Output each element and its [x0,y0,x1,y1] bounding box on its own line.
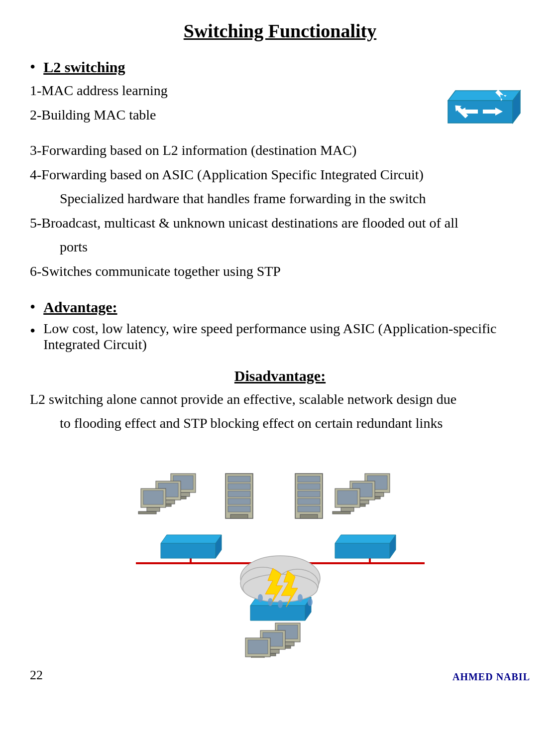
svg-point-77 [268,598,273,606]
svg-marker-12 [161,543,216,558]
svg-rect-23 [143,491,163,504]
svg-rect-51 [298,491,320,497]
disadvantage-heading: Disadvantage: [30,368,530,384]
network-diagram [30,449,530,658]
switch-icon-container [431,81,530,140]
svg-rect-54 [300,514,318,518]
svg-marker-1 [448,101,513,123]
l2-item-4b: Specialized hardware that handles frame … [30,189,530,209]
svg-point-78 [298,594,303,602]
svg-rect-47 [333,511,350,514]
page-number: 22 [30,668,43,683]
svg-rect-28 [228,484,250,490]
l2-item-1: 1-MAC address learning [30,81,431,101]
svg-point-79 [308,598,313,606]
l2-item-4: 4-Forwarding based on ASIC (Application … [30,165,530,185]
svg-marker-34 [335,543,390,558]
page-container: Switching Functionality • L2 switching 1… [0,0,560,698]
svg-rect-24 [147,507,160,511]
l2-item-5: 5-Broadcast, multicast & unknown unicast… [30,213,530,234]
switch-icon [433,86,528,140]
svg-rect-53 [298,506,320,512]
bullet-dot: • [30,57,35,78]
l2-item-6: 6-Switches communicate together using ST… [30,261,530,282]
svg-rect-68 [251,657,264,658]
svg-rect-30 [228,498,250,504]
svg-rect-25 [138,511,156,514]
svg-rect-46 [341,507,354,511]
advantage-bullet: • [30,297,35,318]
svg-rect-52 [298,498,320,504]
page-footer: 22 AHMED NABIL [30,668,530,683]
top-section: 1-MAC address learning 2-Building MAC ta… [30,81,530,140]
svg-point-80 [278,600,283,608]
svg-rect-31 [228,506,250,512]
svg-point-76 [258,594,263,602]
l2-heading: L2 switching [43,57,125,78]
page-title: Switching Functionality [30,20,530,42]
svg-marker-11 [161,535,222,543]
l2-heading-row: • L2 switching [30,57,530,78]
l2-item-2: 2-Building MAC table [30,105,431,125]
svg-marker-0 [448,91,520,101]
svg-rect-67 [248,640,268,654]
advantage-heading-row: • Advantage: [30,297,530,318]
advantage-item-row: • Low cost, low latency, wire speed perf… [30,321,530,353]
advantage-section: • Advantage: • Low cost, low latency, wi… [30,297,530,353]
disadvantage-body: L2 switching alone cannot provide an eff… [30,389,530,410]
svg-rect-29 [228,491,250,497]
l2-points-text: 1-MAC address learning 2-Building MAC ta… [30,81,431,129]
svg-rect-32 [230,514,248,518]
advantage-item-bullet: • [30,321,35,342]
svg-rect-45 [337,491,357,504]
svg-rect-50 [298,484,320,490]
disadvantage-body-2: to flooding effect and STP blocking effe… [30,413,530,434]
svg-rect-27 [228,476,250,482]
author-name: AHMED NABIL [452,671,530,683]
disadvantage-section: Disadvantage: L2 switching alone cannot … [30,368,530,434]
svg-rect-49 [298,476,320,482]
l2-item-3: 3-Forwarding based on L2 information (de… [30,140,530,161]
svg-marker-56 [250,606,305,621]
network-svg [86,449,474,658]
l2-item-5b: ports [30,237,530,257]
advantage-text: Low cost, low latency, wire speed perfor… [43,321,530,353]
advantage-heading: Advantage: [43,297,117,318]
svg-marker-33 [335,535,396,543]
